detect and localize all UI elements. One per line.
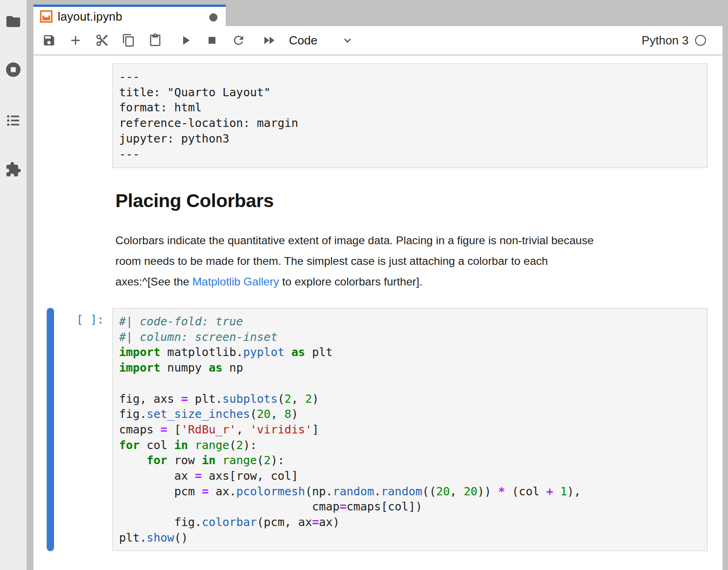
paragraph-text: to explore colorbars further].: [279, 275, 422, 288]
panel-divider: [27, 0, 33, 570]
paragraph-text: Colorbars indicate the quantitative exte…: [115, 234, 594, 247]
chevron-down-icon: [341, 34, 354, 47]
active-cell-collapser-bar[interactable]: [47, 308, 54, 551]
markdown-heading: Placing Colorbars: [115, 190, 274, 212]
paragraph-line: axes:^[See the Matplotlib Gallery to exp…: [115, 271, 594, 292]
insert-cell-button[interactable]: [62, 28, 89, 53]
cut-cells-button[interactable]: [89, 28, 115, 53]
run-cell-button[interactable]: [172, 28, 199, 53]
table-of-contents-icon[interactable]: [5, 112, 22, 129]
code-line: fig.set_size_inches(20, 8): [119, 406, 701, 422]
matplotlib-gallery-link[interactable]: Matplotlib Gallery: [192, 275, 279, 288]
code-line: cmaps = ['RdBu_r', 'viridis']: [119, 422, 701, 438]
notebook-toolbar: Code Python 3: [33, 26, 723, 55]
extension-manager-icon[interactable]: [5, 161, 22, 178]
cut-icon: [95, 33, 109, 47]
dock-tab-bar: layout.ipynb: [33, 0, 723, 26]
restart-run-all-button[interactable]: [256, 28, 283, 53]
yaml-frontmatter-editor[interactable]: ---title: "Quarto Layout"format: htmlref…: [112, 63, 708, 168]
code-line: ax = axs[row, col]: [119, 468, 701, 484]
code-line: fig.colorbar(pcm, ax=ax): [119, 515, 701, 530]
save-button[interactable]: [36, 28, 62, 53]
cell-type-dropdown[interactable]: Code: [289, 33, 354, 48]
paragraph-line: Colorbars indicate the quantitative exte…: [115, 230, 594, 251]
tab-title: layout.ipynb: [58, 10, 122, 24]
paragraph-text: room needs to be made for them. The simp…: [115, 255, 548, 267]
restart-icon: [232, 33, 245, 47]
save-icon: [42, 33, 56, 47]
yaml-line: title: "Quarto Layout": [119, 85, 701, 100]
right-edge: [723, 0, 728, 570]
code-line: #| code-fold: true: [119, 314, 701, 329]
kernel-name[interactable]: Python 3: [641, 33, 689, 48]
yaml-line: format: html: [119, 100, 701, 115]
code-editor[interactable]: #| code-fold: true#| column: screen-inse…: [112, 308, 708, 551]
jupyterlab-window: layout.ipynb C: [0, 0, 728, 570]
running-sessions-icon[interactable]: [5, 61, 22, 78]
yaml-line: jupyter: python3: [119, 131, 701, 147]
puzzle-icon: [5, 161, 22, 178]
file-browser-icon[interactable]: [5, 13, 22, 30]
paste-icon: [148, 33, 162, 47]
paste-cells-button[interactable]: [142, 28, 168, 53]
list-icon: [5, 112, 22, 129]
code-line: for row in range(2):: [119, 453, 701, 468]
notebook-file-icon: [40, 10, 53, 23]
play-icon: [179, 33, 192, 47]
stop-icon: [205, 33, 219, 47]
code-line: [119, 376, 701, 391]
notebook-panel: ---title: "Quarto Layout"format: htmlref…: [33, 55, 723, 570]
yaml-line: reference-location: margin: [119, 115, 701, 131]
kernel-status-icon[interactable]: [695, 35, 706, 46]
notebook-tab[interactable]: layout.ipynb: [33, 5, 226, 26]
unsaved-changes-dot[interactable]: [209, 13, 217, 22]
fast-forward-icon: [262, 33, 276, 47]
code-line: cmap=cmaps[col]): [119, 499, 701, 515]
markdown-paragraph: Colorbars indicate the quantitative exte…: [115, 230, 594, 292]
stop-circle-icon: [5, 61, 22, 78]
kernel-area: Python 3: [641, 33, 706, 48]
interrupt-kernel-button[interactable]: [199, 28, 225, 53]
paragraph-text: axes:^[See the: [115, 275, 192, 288]
code-line: import numpy as np: [119, 360, 701, 376]
cell-input-prompt: [ ]:: [60, 313, 104, 326]
code-line: pcm = ax.pcolormesh(np.random.random((20…: [119, 484, 701, 499]
code-line: plt.show(): [119, 530, 701, 546]
paragraph-line: room needs to be made for them. The simp…: [115, 251, 594, 271]
activity-sidebar: [0, 0, 27, 570]
copy-icon: [122, 33, 136, 47]
copy-cells-button[interactable]: [115, 28, 142, 53]
yaml-line: ---: [119, 147, 701, 162]
restart-kernel-button[interactable]: [225, 28, 252, 53]
code-line: import matplotlib.pyplot as plt: [119, 345, 701, 360]
cell-type-value: Code: [289, 33, 317, 48]
code-line: #| column: screen-inset: [119, 329, 701, 345]
code-line: fig, axs = plt.subplots(2, 2): [119, 391, 701, 407]
yaml-line: ---: [119, 69, 701, 85]
folder-icon: [5, 13, 22, 30]
plus-icon: [69, 33, 82, 47]
code-line: for col in range(2):: [119, 438, 701, 453]
